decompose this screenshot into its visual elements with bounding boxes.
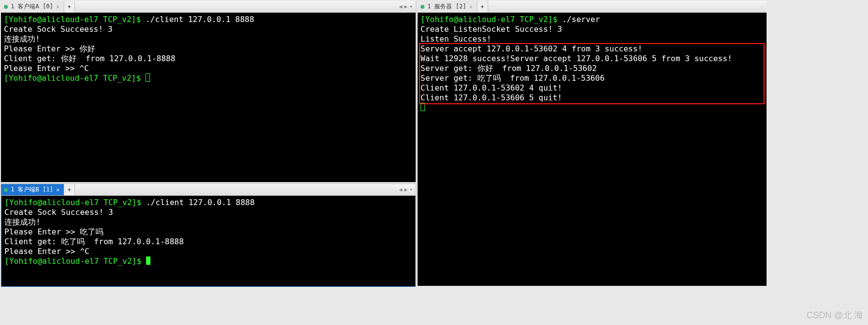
tabbar-client-a: 1 客户端A [0] × + ◀ ▶ ▾: [1, 1, 416, 13]
tab-nav-arrows: ◀ ▶ ▾: [399, 1, 416, 12]
tab-label: 1 客户端A [0]: [11, 2, 53, 11]
cursor-icon: [146, 73, 150, 82]
terminal-line: Create Sock Succeess! 3: [4, 208, 113, 217]
tab-label: 1 服务器 [2]: [427, 2, 466, 11]
terminal-line: Create Sock Succeess! 3: [4, 24, 113, 34]
tab-menu-icon[interactable]: ▾: [409, 3, 413, 10]
terminal-line: Please Enter >> ^C: [4, 64, 89, 73]
tab-nav-arrows: ◀ ▶ ▾: [399, 184, 416, 195]
watermark: CSDN @北 海: [807, 309, 863, 321]
terminal-line: Listen Success!: [421, 34, 492, 44]
tab-client-a[interactable]: 1 客户端A [0] ×: [1, 1, 64, 12]
status-dot-icon: [4, 5, 8, 9]
terminal-client-b[interactable]: [Yohifo@alicloud-el7 TCP_v2]$ ./client 1…: [1, 196, 416, 287]
shell-prompt: [Yohifo@alicloud-el7 TCP_v2]$: [4, 15, 146, 24]
shell-prompt: [Yohifo@alicloud-el7 TCP_v2]$: [421, 15, 562, 24]
pane-client-b: 1 客户端B [1] × + ◀ ▶ ▾ [Yohifo@alicloud-el…: [1, 183, 417, 286]
status-dot-icon: [4, 188, 8, 192]
status-dot-icon: [421, 5, 424, 9]
terminal-line: Client 127.0.0.1-53602 4 quit!: [421, 83, 562, 93]
terminal-line: Please Enter >> 吃了吗: [4, 227, 103, 236]
terminal-line: Wait 12928 success!Server accept 127.0.0…: [421, 54, 732, 63]
add-tab-button[interactable]: +: [477, 1, 488, 12]
shell-prompt: [Yohifo@alicloud-el7 TCP_v2]$: [4, 73, 146, 83]
terminal-line: Create ListenSocket Success! 3: [421, 24, 562, 34]
shell-command: ./server: [562, 15, 600, 24]
terminal-line: Client get: 你好 from 127.0.0.1-8888: [4, 54, 175, 63]
add-tab-button[interactable]: +: [64, 184, 75, 195]
terminal-line: Server get: 你好 from 127.0.0.1-53602: [421, 64, 597, 73]
close-icon[interactable]: ×: [56, 186, 60, 193]
tabbar-client-b: 1 客户端B [1] × + ◀ ▶ ▾: [1, 184, 416, 196]
terminal-line: Please Enter >> ^C: [4, 247, 89, 256]
terminal-line: Client get: 吃了吗 from 127.0.0.1-8888: [4, 237, 184, 246]
terminal-line: Server get: 吃了吗 from 127.0.0.1-53606: [421, 73, 605, 83]
cursor-icon: [421, 103, 425, 111]
shell-command: ./client 127.0.0.1 8888: [146, 15, 254, 24]
terminal-line: 连接成功!: [4, 34, 40, 44]
shell-prompt: [Yohifo@alicloud-el7 TCP_v2]$: [4, 256, 146, 266]
pane-server: 1 服务器 [2] × + [Yohifo@alicloud-el7 TCP_v…: [418, 1, 767, 286]
tabbar-server: 1 服务器 [2] × +: [418, 1, 767, 13]
tab-prev-icon[interactable]: ◀: [399, 186, 402, 193]
tab-menu-icon[interactable]: ▾: [409, 186, 413, 193]
add-tab-button[interactable]: +: [64, 1, 75, 12]
tab-prev-icon[interactable]: ◀: [399, 3, 402, 10]
terminal-line: 连接成功!: [4, 217, 41, 227]
terminal-client-a[interactable]: [Yohifo@alicloud-el7 TCP_v2]$ ./client 1…: [1, 13, 416, 182]
close-icon[interactable]: ×: [56, 3, 60, 10]
tab-next-icon[interactable]: ▶: [404, 3, 408, 10]
terminal-line: Server accept 127.0.0.1-53602 4 from 3 s…: [421, 44, 643, 53]
tab-client-b[interactable]: 1 客户端B [1] ×: [1, 184, 64, 195]
terminal-line: Client 127.0.0.1-53606 5 quit!: [421, 93, 562, 102]
tab-next-icon[interactable]: ▶: [404, 186, 408, 193]
shell-command: ./client 127.0.0.1 8888: [146, 198, 255, 207]
terminal-server[interactable]: [Yohifo@alicloud-el7 TCP_v2]$ ./server C…: [418, 13, 767, 286]
tab-label: 1 客户端B [1]: [11, 186, 53, 194]
pane-client-a: 1 客户端A [0] × + ◀ ▶ ▾ [Yohifo@alicloud-el…: [1, 1, 417, 182]
tab-server[interactable]: 1 服务器 [2] ×: [418, 1, 477, 12]
terminal-line: Please Enter >> 你好: [4, 44, 95, 53]
close-icon[interactable]: ×: [469, 3, 472, 10]
cursor-icon: [146, 256, 150, 265]
shell-prompt: [Yohifo@alicloud-el7 TCP_v2]$: [4, 198, 146, 207]
